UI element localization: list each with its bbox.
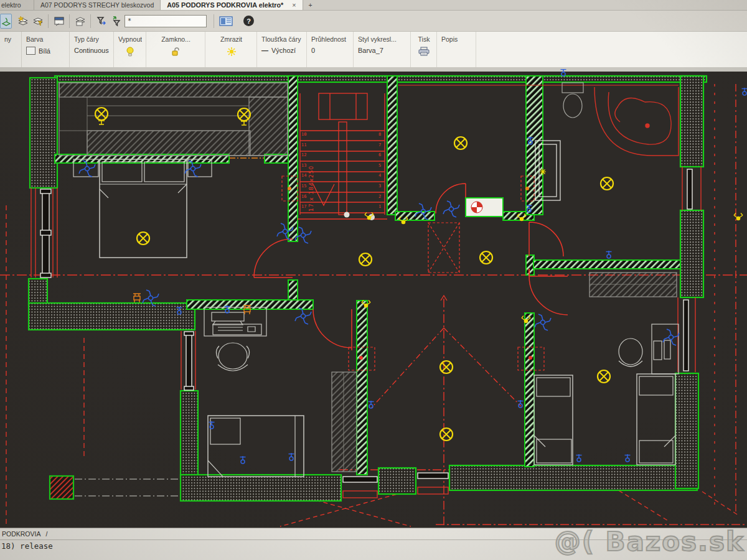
column-header: Barva bbox=[26, 35, 65, 43]
stair-number: 3 bbox=[378, 184, 381, 189]
stair-number: 15 bbox=[301, 184, 306, 189]
stair-number: 10 bbox=[301, 132, 306, 137]
stair-number: 8 bbox=[378, 132, 381, 137]
command-line-text: 18) release bbox=[1, 541, 53, 551]
properties-column-description: Popis bbox=[437, 32, 476, 67]
layer-on-toggle[interactable] bbox=[118, 47, 142, 57]
properties-column-lineweight: Tloušťka čáry — Výchozí bbox=[257, 32, 307, 67]
layer-walk-icon bbox=[1, 16, 11, 26]
close-tab-icon[interactable]: × bbox=[292, 1, 296, 9]
linetype-value[interactable]: Continuous bbox=[74, 47, 110, 54]
color-value[interactable]: Bílá bbox=[26, 47, 65, 55]
layer-panel-button[interactable] bbox=[218, 14, 234, 28]
stair-number: 14 bbox=[301, 173, 306, 178]
properties-column-plotstyle: Styl vykresl... Barva_7 bbox=[354, 32, 411, 67]
stair-number: 17 bbox=[301, 204, 306, 209]
lineweight-glyph: — bbox=[261, 47, 268, 54]
layer-filter-icon bbox=[32, 16, 44, 27]
stair-number: 4 bbox=[378, 173, 381, 178]
printer-icon bbox=[418, 47, 430, 57]
filter-add-icon bbox=[111, 16, 122, 27]
padlock-open-icon bbox=[171, 47, 181, 57]
layer-walk-button[interactable] bbox=[0, 14, 12, 29]
layer-filter-button[interactable] bbox=[31, 14, 44, 28]
distribution-board bbox=[466, 198, 503, 217]
layout-tab-podkrovia[interactable]: PODKROVIA bbox=[2, 530, 40, 538]
properties-empty-area bbox=[476, 32, 747, 67]
tab-a05-podorys-podkrovia[interactable]: A05 PODORYS PODKROVIA elektro* × bbox=[161, 0, 303, 10]
toolbar-separator bbox=[48, 14, 49, 28]
column-header: Zmrazit bbox=[210, 35, 253, 43]
layer-properties-icon bbox=[17, 16, 29, 27]
transparency-number: 0 bbox=[311, 47, 315, 54]
tab-elektro[interactable]: elektro bbox=[0, 0, 34, 10]
tab-label: A07 PODORYS STRECHY bleskozvod bbox=[40, 1, 154, 9]
stair-number: 6 bbox=[378, 152, 381, 157]
properties-column-freeze: Zmrazit bbox=[205, 32, 257, 67]
column-header: Vypnout bbox=[118, 35, 142, 43]
watermark: @( Bazos.sk bbox=[555, 526, 745, 557]
column-header: Tloušťka čáry bbox=[261, 35, 303, 43]
layer-states-icon bbox=[75, 16, 86, 27]
tab-a07-podorys-strechy[interactable]: A07 PODORYS STRECHY bleskozvod bbox=[34, 0, 161, 10]
column-header: Popis bbox=[441, 35, 472, 43]
stair-number: 2 bbox=[378, 194, 381, 199]
white-color-swatch[interactable] bbox=[26, 47, 35, 55]
toolbar-separator bbox=[90, 14, 91, 28]
stair-number: 16 bbox=[301, 194, 306, 199]
properties-column-lock: Zamkno... bbox=[146, 32, 205, 67]
layer-properties-button[interactable] bbox=[16, 14, 29, 28]
layout-tab-separator: / bbox=[45, 530, 47, 538]
stair-number: 5 bbox=[378, 163, 381, 168]
floorplan-canvas[interactable]: 17 x 184x250 bbox=[0, 69, 747, 528]
filter-apply-icon bbox=[96, 16, 107, 27]
filter-apply-button[interactable] bbox=[95, 14, 108, 28]
stair-number: 1 bbox=[378, 204, 381, 209]
transparency-value[interactable]: 0 bbox=[311, 47, 349, 54]
drawing-canvas-area[interactable]: 17 x 184x250 bbox=[0, 67, 747, 528]
stair-number: 12 bbox=[301, 152, 306, 157]
filter-add-button[interactable] bbox=[110, 14, 123, 28]
plotstyle-name: Barva_7 bbox=[358, 47, 383, 54]
toolbar-separator bbox=[69, 14, 70, 28]
layer-states-button[interactable] bbox=[73, 14, 87, 28]
column-header: Zamkno... bbox=[151, 35, 201, 43]
layer-filter-input[interactable] bbox=[125, 15, 207, 27]
stair-dimension-label: 17 x 184x250 bbox=[308, 166, 314, 212]
plot-toggle[interactable] bbox=[415, 47, 433, 57]
column-header: ny bbox=[4, 35, 17, 43]
properties-column-linetype: Typ čáry Continuous bbox=[70, 32, 114, 67]
sun-icon bbox=[227, 47, 237, 57]
help-icon[interactable]: ? bbox=[243, 16, 254, 26]
column-header: Typ čáry bbox=[74, 35, 110, 43]
layer-freeze-toggle[interactable] bbox=[210, 47, 253, 57]
drawing-tab-bar: elektro A07 PODORYS STRECHY bleskozvod A… bbox=[0, 0, 747, 11]
stair-number: 13 bbox=[301, 163, 306, 168]
toolbar-separator bbox=[214, 14, 214, 28]
column-header: Tisk bbox=[415, 35, 433, 43]
canvas-top-edge bbox=[0, 69, 747, 72]
stair-number: 11 bbox=[301, 142, 306, 147]
lineweight-value[interactable]: — Výchozí bbox=[261, 47, 303, 54]
tab-label: elektro bbox=[1, 1, 21, 9]
column-header: Průhlednost bbox=[311, 35, 349, 43]
properties-column-plot: Tisk bbox=[411, 32, 437, 67]
linetype-name: Continuous bbox=[74, 47, 109, 54]
properties-column-off: Vypnout bbox=[114, 32, 146, 67]
bulb-icon bbox=[126, 47, 134, 57]
layer-panel-icon bbox=[219, 16, 233, 27]
stair-number: 7 bbox=[378, 142, 381, 147]
new-layer-button[interactable] bbox=[52, 14, 65, 28]
plotstyle-value[interactable]: Barva_7 bbox=[358, 47, 406, 54]
properties-column-transparency: Průhlednost 0 bbox=[307, 32, 354, 67]
layer-properties-bar: ny Barva Bílá Typ čáry Continuous Vypnou… bbox=[0, 32, 747, 68]
column-header: Styl vykresl... bbox=[358, 35, 406, 43]
lineweight-name: Výchozí bbox=[271, 47, 296, 54]
layer-toolbar: ? bbox=[0, 11, 747, 32]
properties-column-cut: ny bbox=[0, 32, 22, 67]
cad-application-window: elektro A07 PODORYS STRECHY bleskozvod A… bbox=[0, 0, 747, 560]
layer-lock-toggle[interactable] bbox=[151, 47, 201, 57]
new-tab-button[interactable]: + bbox=[303, 0, 318, 10]
tab-label: A05 PODORYS PODKROVIA elektro* bbox=[167, 1, 283, 9]
color-name: Bílá bbox=[39, 47, 50, 55]
